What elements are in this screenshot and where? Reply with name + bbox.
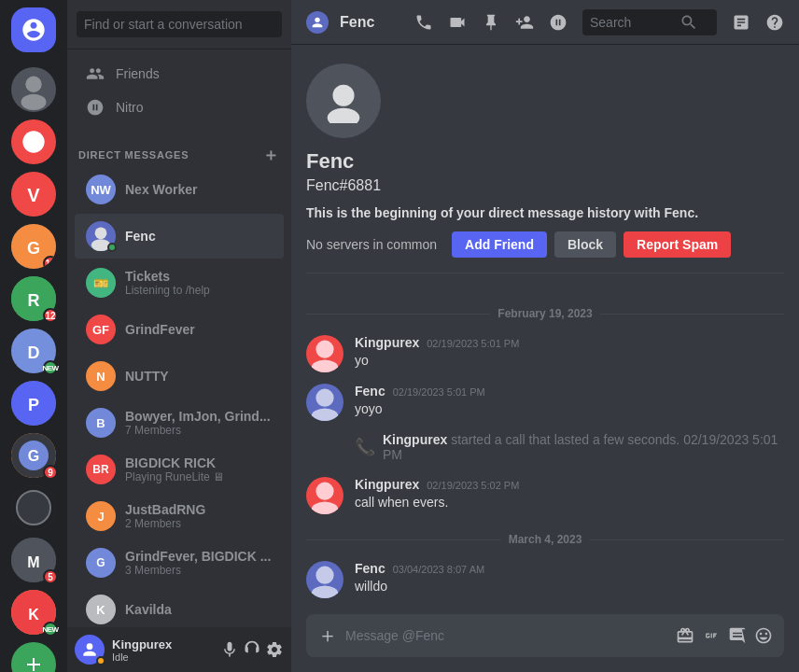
- dm-item-nutty[interactable]: N NUTTY: [75, 354, 284, 399]
- dm-sub-bigdick-rick: Playing RuneLite 🖥: [125, 470, 273, 483]
- msg-avatar-fenc-1: [306, 384, 343, 421]
- home-button[interactable]: [11, 7, 56, 52]
- msg-timestamp-1: 02/19/2023 5:01 PM: [427, 338, 519, 349]
- dm-item-tickets[interactable]: 🎫 Tickets Listening to /help: [75, 260, 284, 305]
- server-icon-5-wrapper: R 12: [11, 276, 56, 321]
- add-friend-button[interactable]: Add Friend: [452, 231, 547, 258]
- dm-list: NW Nex Worker Fenc 🎫 Tickets Listening t…: [67, 167, 291, 627]
- message-input[interactable]: [345, 617, 668, 654]
- video-icon[interactable]: [448, 13, 467, 32]
- svg-point-28: [312, 359, 339, 372]
- dm-item-nex-worker[interactable]: NW Nex Worker: [75, 167, 284, 212]
- msg-timestamp-5: 03/04/2023 8:07 AM: [393, 564, 484, 575]
- help-icon[interactable]: [765, 13, 784, 32]
- message-group-1: Kingpurex 02/19/2023 5:01 PM yo: [306, 335, 784, 372]
- msg-header-2: Fenc 02/19/2023 5:01 PM: [355, 384, 784, 399]
- user-info: Kingpurex Idle: [112, 637, 213, 663]
- call-text: Kingpurex started a call that lasted a f…: [383, 432, 784, 462]
- msg-header-5: Fenc 03/04/2023 8:07 AM: [355, 561, 784, 576]
- gif-icon[interactable]: [702, 626, 721, 645]
- server-icon-2[interactable]: [11, 119, 56, 164]
- msg-author-2: Fenc: [355, 384, 385, 399]
- mute-icon[interactable]: [220, 640, 239, 659]
- pin-icon[interactable]: [482, 13, 500, 32]
- sticker-icon[interactable]: [728, 626, 747, 645]
- server-icon-4[interactable]: G 12: [11, 224, 56, 269]
- message-group-5: Fenc 03/04/2023 8:07 AM willdo: [306, 561, 784, 598]
- server-icon-7[interactable]: P: [11, 381, 56, 426]
- svg-point-34: [312, 585, 339, 598]
- settings-icon[interactable]: [265, 640, 284, 659]
- chat-input-area: ＋: [291, 614, 799, 672]
- search-icon: [680, 13, 698, 32]
- msg-content-5: Fenc 03/04/2023 8:07 AM willdo: [355, 561, 784, 596]
- dm-name-grindfever-bigdick: GrindFever, BIGDICK ...: [125, 549, 273, 564]
- dm-item-bigdick-rick[interactable]: BR BIGDICK RICK Playing RuneLite 🖥: [75, 447, 284, 492]
- server-icon-10-wrapper: M 5: [11, 538, 56, 582]
- user-status-dot: [96, 656, 105, 665]
- deafen-icon[interactable]: [243, 640, 261, 659]
- chat-search-input[interactable]: [590, 15, 674, 30]
- add-friend-header-icon[interactable]: [515, 13, 534, 32]
- server-icon-6-wrapper: D NEW: [11, 329, 56, 373]
- server-bar: V G 12 R 12 D NEW P G 9 M 5 K NEW: [0, 0, 67, 672]
- svg-point-31: [315, 483, 333, 500]
- dm-item-grindfever-bigdick[interactable]: G GrindFever, BIGDICK ... 3 Members: [75, 540, 284, 585]
- report-spam-button[interactable]: Report Spam: [624, 231, 731, 258]
- msg-text-2: yoyo: [355, 400, 784, 419]
- friends-nav-item[interactable]: Friends: [75, 57, 284, 91]
- user-discriminator: Idle: [112, 651, 213, 663]
- gift-icon[interactable]: [676, 626, 694, 645]
- profile-big-avatar: [306, 63, 381, 138]
- divider-line-mar-right: [589, 539, 784, 540]
- server-badge-11: NEW: [43, 622, 58, 637]
- dm-name-justbadrng: JustBadRNG: [125, 502, 273, 517]
- dm-item-bowyer[interactable]: B Bowyer, ImJon, Grind... 7 Members: [75, 400, 284, 445]
- dm-item-justbadrng[interactable]: J JustBadRNG 2 Members: [75, 494, 284, 539]
- header-actions: [414, 9, 784, 35]
- divider-line-right: [600, 314, 784, 315]
- msg-author-1: Kingpurex: [355, 335, 419, 350]
- nitro-nav-item[interactable]: Nitro: [75, 91, 284, 124]
- conversation-search-input[interactable]: [77, 11, 282, 37]
- block-button[interactable]: Block: [554, 231, 616, 258]
- msg-author-4: Kingpurex: [355, 477, 419, 492]
- dm-item-grindfever[interactable]: GF GrindFever: [75, 307, 284, 352]
- dm-settings-icon[interactable]: [549, 13, 568, 32]
- divider-line-left: [306, 314, 490, 315]
- svg-point-23: [87, 643, 93, 650]
- chat-header: Fenc: [291, 0, 799, 45]
- dm-panel: Friends Nitro Direct Messages ＋ NW Nex W…: [67, 0, 291, 672]
- dm-item-fenc[interactable]: Fenc: [75, 214, 284, 259]
- dm-sub-grindfever-bigdick: 3 Members: [125, 564, 273, 577]
- date-label-mar: March 4, 2023: [509, 533, 582, 546]
- message-group-2: Fenc 02/19/2023 5:01 PM yoyo: [306, 384, 784, 421]
- msg-avatar-kingpurex-1: [306, 335, 343, 372]
- msg-text-5: willdo: [355, 578, 784, 596]
- svg-text:G: G: [28, 448, 39, 464]
- msg-content-1: Kingpurex 02/19/2023 5:01 PM yo: [355, 335, 784, 371]
- chat-area: Fenc Fenc Fenc#6881 This is the beginni: [291, 0, 799, 672]
- phone-icon[interactable]: [414, 13, 433, 32]
- svg-point-25: [332, 85, 354, 106]
- profile-section: Fenc Fenc#6881 This is the beginning of …: [306, 63, 784, 273]
- inbox-icon[interactable]: [732, 13, 750, 32]
- friends-label: Friends: [116, 66, 160, 81]
- attach-button[interactable]: ＋: [317, 614, 338, 657]
- msg-avatar-kingpurex-2: [306, 477, 343, 514]
- chat-header-avatar: [306, 11, 329, 34]
- svg-text:K: K: [28, 607, 39, 623]
- svg-point-21: [95, 227, 107, 239]
- server-icon-3[interactable]: V: [11, 172, 56, 217]
- dm-item-kavilda[interactable]: K Kavilda: [75, 587, 284, 627]
- server-icon-9[interactable]: [11, 485, 56, 530]
- add-dm-button[interactable]: ＋: [262, 147, 280, 163]
- date-divider-feb: February 19, 2023: [306, 307, 784, 320]
- server-icon-1[interactable]: [11, 67, 56, 112]
- call-icon: 📞: [355, 437, 375, 457]
- dm-name-fenc: Fenc: [125, 229, 273, 244]
- call-caller: Kingpurex: [383, 432, 447, 447]
- emoji-icon[interactable]: [754, 626, 773, 645]
- date-divider-mar: March 4, 2023: [306, 533, 784, 546]
- add-server-button[interactable]: [11, 642, 56, 672]
